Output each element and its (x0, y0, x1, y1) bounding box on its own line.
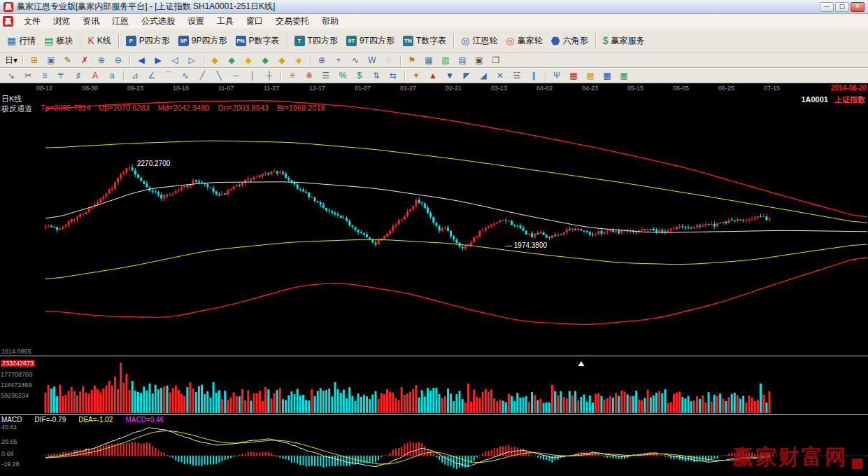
go-prev-icon[interactable]: ◁ (166, 54, 183, 66)
cross-lines-icon[interactable]: ┼ (261, 69, 278, 82)
fib-levels-icon[interactable]: ☰ (318, 69, 334, 82)
stack-green-icon[interactable]: ▦ (616, 69, 632, 82)
print-icon[interactable]: ❐ (488, 54, 504, 66)
title-bar: 赢 赢家江恩专业版[赢家内部服务平台] - [上证指数 SH1A0001-251… (0, 0, 868, 14)
flag-icon[interactable]: ⚑ (404, 54, 420, 66)
new-window-icon[interactable]: ▣ (43, 54, 59, 66)
crosshair-icon[interactable]: + (330, 54, 347, 66)
hexagon-button[interactable]: 六角形 (547, 33, 592, 49)
menu-item-窗口[interactable]: 窗口 (240, 14, 269, 29)
p-number-table-button[interactable]: PNP数字表 (232, 33, 284, 49)
move-resize-icon[interactable]: ↘ (3, 69, 20, 82)
go-next-icon[interactable]: ▷ (183, 54, 200, 66)
kline-button[interactable]: KK线 (83, 33, 115, 49)
9t-square-button[interactable]: 9T9T四方形 (342, 33, 399, 49)
diamond-gold-3-icon[interactable]: ◆ (273, 54, 290, 66)
winner-wheel-button[interactable]: ◎赢家轮 (501, 33, 546, 49)
menu-bar: 赢 文件浏览资讯江恩公式选股设置工具窗口交易委托帮助 (0, 14, 868, 29)
gann-wheel-button[interactable]: ◎江恩轮 (457, 33, 501, 49)
p-square-button[interactable]: PP四方形 (122, 33, 174, 49)
t-number-table-button[interactable]: TNT数字表 (399, 33, 450, 49)
menu-item-文件[interactable]: 文件 (17, 14, 47, 29)
sharp-icon[interactable]: ♯ (70, 69, 87, 82)
candlestick-chart-canvas[interactable] (0, 93, 868, 356)
triangle-down-icon[interactable]: ▼ (441, 69, 458, 82)
main-chart-panel[interactable]: 日K线 极反通道 Tp=2095.7314 Up=2070.6283 Md=20… (0, 93, 868, 356)
angle-icon[interactable]: ∠ (143, 69, 160, 82)
9p-square-button[interactable]: 9P9P四方形 (174, 33, 232, 49)
quotes-button[interactable]: ▦行情 (3, 33, 40, 49)
save-icon[interactable]: ▣ (471, 54, 488, 66)
app-window: 赢 赢家江恩专业版[赢家内部服务平台] - [上证指数 SH1A0001-251… (0, 0, 868, 476)
diamond-gold-2-icon[interactable]: ◆ (240, 54, 257, 66)
diamond-ring-icon[interactable]: ◈ (290, 54, 307, 66)
vertical-line-icon[interactable]: │ (244, 69, 261, 82)
menu-item-浏览[interactable]: 浏览 (47, 14, 76, 29)
text-large-icon[interactable]: A (87, 69, 104, 82)
diamond-green-1-icon[interactable]: ◆ (223, 54, 240, 66)
date-tick: 11-27 (264, 85, 279, 92)
volume-panel[interactable]: 233242673 177708703 118472469 59236234 (0, 356, 868, 414)
delete-x-icon[interactable]: ✗ (76, 54, 93, 66)
diamond-gold-1-icon[interactable]: ◆ (206, 54, 223, 66)
period-day-icon[interactable]: 日▾ (3, 54, 20, 66)
zoom-out-icon[interactable]: ⊖ (110, 54, 127, 66)
ruler-icon[interactable]: ≡ (36, 69, 53, 82)
edit-pencil-icon[interactable]: ✎ (59, 54, 76, 66)
stack-blue-icon[interactable]: ▦ (599, 69, 616, 82)
price-tool-icon[interactable]: $ (351, 69, 368, 82)
date-tick: 08-12 (36, 85, 52, 92)
gann-grid-icon[interactable]: ☱ (508, 69, 525, 82)
menu-item-工具[interactable]: 工具 (211, 14, 240, 29)
go-last-icon[interactable]: ▶ (150, 54, 166, 66)
doc-icon[interactable]: ▤ (454, 54, 471, 66)
trend-line-up-icon[interactable]: ╱ (194, 69, 211, 82)
menu-item-交易委托[interactable]: 交易委托 (269, 14, 315, 29)
scissors-icon[interactable]: ✂ (20, 69, 36, 82)
gann-fan-icon[interactable]: ✕ (492, 69, 508, 82)
star-tool-icon[interactable]: ✳ (284, 69, 301, 82)
grid-small-icon[interactable]: ▦ (420, 54, 437, 66)
target-icon[interactable]: ⊕ (313, 54, 330, 66)
trend-line-down-icon[interactable]: ╲ (211, 69, 227, 82)
sectors-button[interactable]: ▤板块 (40, 33, 77, 49)
volume-chart-canvas[interactable] (0, 356, 868, 414)
minimize-button[interactable]: — (820, 2, 834, 12)
stack-gold-icon[interactable]: ▦ (582, 69, 599, 82)
t-square-button[interactable]: TT四方形 (290, 33, 342, 49)
right-triangle-icon[interactable]: ⊿ (127, 69, 143, 82)
w-percent-icon[interactable]: W (364, 54, 380, 66)
menu-item-江恩[interactable]: 江恩 (106, 14, 135, 29)
chart-bars-icon[interactable]: ▥ (437, 54, 454, 66)
diamond-green-2-icon[interactable]: ◆ (257, 54, 273, 66)
reference-mark-icon[interactable]: ※ (301, 69, 318, 82)
maximize-button[interactable]: ▢ (835, 2, 849, 12)
sine-wave-icon[interactable]: ∿ (177, 69, 194, 82)
menu-item-资讯[interactable]: 资讯 (76, 14, 106, 29)
stack-red-icon[interactable]: ▦ (565, 69, 582, 82)
swap-horizontal-icon[interactable]: ⇆ (385, 69, 401, 82)
triangle-up-icon[interactable]: ▲ (425, 69, 441, 82)
corner-br-icon[interactable]: ◢ (475, 69, 492, 82)
date-axis[interactable]: 2014-08-20 08-1208-3009-2310-1811-0711-2… (0, 83, 868, 93)
percent-tool-icon[interactable]: % (334, 69, 351, 82)
horizontal-line-icon[interactable]: ─ (227, 69, 244, 82)
menu-item-设置[interactable]: 设置 (181, 14, 211, 29)
menu-item-公式选股[interactable]: 公式选股 (135, 14, 181, 29)
wave-tool-icon[interactable]: ∿ (347, 54, 364, 66)
search-icon[interactable]: ◌ (380, 54, 397, 66)
zoom-in-icon[interactable]: ⊕ (93, 54, 110, 66)
corner-tl-icon[interactable]: ◤ (458, 69, 475, 82)
go-first-icon[interactable]: ◀ (133, 54, 150, 66)
pitchfork-icon[interactable]: Ψ (548, 69, 565, 82)
text-small-icon[interactable]: a (104, 69, 120, 82)
parallel-channel-icon[interactable]: ∥ (525, 69, 542, 82)
overlay-grid-icon[interactable]: ⊞ (26, 54, 43, 66)
menu-item-帮助[interactable]: 帮助 (315, 14, 345, 29)
marker-post-icon[interactable]: 〒 (53, 69, 70, 82)
swap-vertical-icon[interactable]: ⇅ (368, 69, 385, 82)
sparkle-icon[interactable]: ✦ (408, 69, 425, 82)
winner-service-button[interactable]: $赢家服务 (599, 33, 649, 49)
close-button[interactable]: ✕ (851, 2, 865, 12)
arc-icon[interactable]: ⌒ (160, 69, 177, 82)
